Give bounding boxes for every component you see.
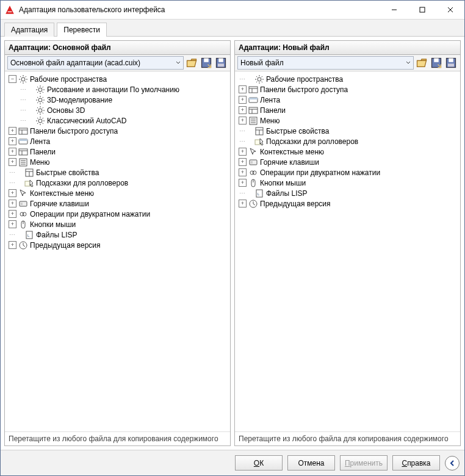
expand-icon[interactable]: +	[239, 168, 247, 176]
tree-node[interactable]: +Горячие клавиши	[6, 198, 229, 209]
tree-node[interactable]: +Панели быстрого доступа	[6, 126, 229, 136]
tree-node[interactable]: ⋯Классический AutoCAD	[6, 115, 229, 126]
expand-icon[interactable]: +	[9, 200, 16, 207]
tree-node[interactable]: ⋯LФайлы LISP	[6, 229, 229, 240]
right-file-combo[interactable]: Новый файл	[237, 56, 414, 70]
chevron-down-icon	[406, 59, 411, 67]
ok-button[interactable]: ОК	[235, 455, 283, 471]
tree-node[interactable]: +Панели быстрого доступа	[236, 84, 459, 95]
save-as-button[interactable]	[430, 56, 443, 70]
tree-node[interactable]: +Операции при двукратном нажатии	[6, 209, 229, 219]
left-file-combo-label: Основной файл адаптации (acad.cuix)	[10, 59, 140, 67]
tree-connector: ⋯	[20, 117, 27, 124]
tree-node[interactable]: +Лента	[236, 95, 459, 105]
tree-node[interactable]: ⋯Рисование и аннотации По умолчанию	[6, 84, 229, 95]
right-panel: Адаптации: Новый файл Новый файл ⋯Рабочи…	[234, 40, 461, 446]
rollover-icon	[254, 137, 264, 146]
svg-rect-60	[251, 161, 253, 164]
tree-node-label: Кнопки мыши	[30, 220, 76, 229]
lisp-icon: L	[254, 189, 264, 198]
tree-node-label: Лента	[260, 96, 280, 104]
open-file-button[interactable]	[415, 56, 428, 70]
left-file-combo[interactable]: Основной файл адаптации (acad.cuix)	[7, 56, 184, 70]
cancel-button[interactable]: Отмена	[287, 455, 335, 471]
expand-icon[interactable]: +	[239, 117, 247, 124]
tree-node[interactable]: ⋯Быстрые свойства	[6, 167, 229, 178]
tree-node[interactable]: +Меню	[236, 115, 459, 126]
tab-translate[interactable]: Перевести	[57, 23, 107, 37]
tree-node[interactable]: +Меню	[6, 157, 229, 167]
dblclick-icon	[248, 168, 258, 178]
save-as-button[interactable]	[200, 56, 213, 70]
tree-connector: ⋯	[9, 169, 16, 176]
tree-node[interactable]: ⋯Основы 3D	[6, 105, 229, 115]
svg-rect-5	[218, 59, 223, 62]
tree-node[interactable]: +Предыдущая версия	[6, 240, 229, 250]
minimize-button[interactable]	[380, 1, 408, 19]
tree-node[interactable]: +Панели	[6, 146, 229, 157]
tree-node[interactable]: ⋯Подсказки для ролловеров	[6, 178, 229, 188]
expand-icon[interactable]: +	[9, 241, 16, 249]
svg-rect-59	[250, 160, 257, 165]
right-tree[interactable]: ⋯Рабочие пространства+Панели быстрого до…	[235, 71, 460, 431]
tree-connector: ⋯	[20, 86, 27, 93]
left-tree[interactable]: −Рабочие пространства⋯Рисование и аннота…	[5, 71, 230, 431]
tree-node[interactable]: +Предыдущая версия	[236, 198, 459, 209]
rollover-icon	[24, 178, 34, 188]
left-panel-header: Адаптации: Основной файл	[5, 41, 230, 55]
tree-node[interactable]: +Кнопки мыши	[236, 178, 459, 188]
hotkey-icon	[248, 157, 258, 167]
tree-node[interactable]: +Панели	[236, 105, 459, 115]
collapse-icon[interactable]: −	[9, 75, 16, 83]
svg-rect-6	[218, 63, 224, 67]
expand-icon[interactable]: +	[9, 210, 16, 218]
expand-icon[interactable]: +	[9, 158, 16, 166]
tree-node-label: Панели быстрого доступа	[260, 85, 348, 94]
expand-icon[interactable]: +	[239, 200, 247, 207]
tree-node[interactable]: ⋯Быстрые свойства	[236, 126, 459, 136]
expand-icon[interactable]: +	[9, 189, 16, 197]
gear-icon	[35, 95, 45, 105]
expand-icon[interactable]: +	[9, 137, 16, 145]
tab-adaptation[interactable]: Адаптация	[4, 23, 54, 37]
help-button[interactable]: Справка	[392, 455, 440, 471]
svg-rect-29	[21, 203, 23, 205]
svg-rect-47	[249, 98, 258, 99]
close-button[interactable]	[436, 1, 464, 19]
right-toolbar: Новый файл	[235, 55, 460, 71]
back-button[interactable]	[445, 456, 460, 471]
maximize-button[interactable]	[408, 1, 436, 19]
expand-icon[interactable]: +	[239, 96, 247, 104]
tree-connector: ⋯	[239, 190, 246, 197]
tree-node[interactable]: ⋯3D-моделирование	[6, 95, 229, 105]
open-file-button[interactable]	[185, 56, 198, 70]
expand-icon[interactable]: +	[239, 148, 247, 156]
tree-node[interactable]: +Кнопки мыши	[6, 219, 229, 229]
tree-node[interactable]: +Горячие клавиши	[236, 157, 459, 167]
tree-node[interactable]: +Контекстные меню	[236, 146, 459, 157]
expand-icon[interactable]: +	[9, 220, 16, 228]
expand-icon[interactable]: +	[239, 179, 247, 187]
tree-node[interactable]: +Контекстные меню	[6, 188, 229, 198]
left-toolbar: Основной файл адаптации (acad.cuix)	[5, 55, 230, 71]
expand-icon[interactable]: +	[9, 127, 16, 135]
save-button[interactable]	[444, 56, 458, 70]
save-button[interactable]	[214, 56, 228, 70]
expand-icon[interactable]: +	[239, 85, 247, 93]
tree-node-label: Меню	[260, 117, 279, 125]
tree-node[interactable]: ⋯LФайлы LISP	[236, 188, 459, 198]
expand-icon[interactable]: +	[239, 158, 247, 166]
tree-node-label: Кнопки мыши	[260, 179, 306, 187]
expand-icon[interactable]: +	[9, 148, 16, 156]
svg-rect-48	[249, 107, 258, 114]
tree-node[interactable]: −Рабочие пространства	[6, 74, 229, 84]
tree-node[interactable]: +Операции при двукратном нажатии	[236, 167, 459, 178]
apply-button[interactable]: Применить	[340, 455, 388, 471]
svg-point-9	[38, 98, 42, 102]
tree-node[interactable]: ⋯Подсказки для ролловеров	[236, 136, 459, 146]
expand-icon[interactable]: +	[239, 106, 247, 114]
tree-node[interactable]: +Лента	[6, 136, 229, 146]
svg-rect-12	[19, 128, 27, 134]
tree-connector: ⋯	[20, 107, 27, 114]
tree-node[interactable]: ⋯Рабочие пространства	[236, 74, 459, 84]
